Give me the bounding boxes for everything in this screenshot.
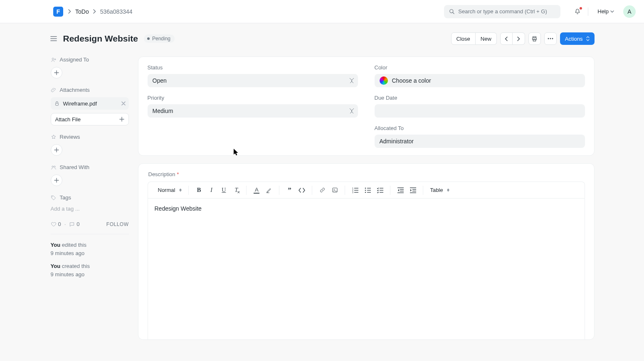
svg-point-24 [365,187,366,189]
description-editor[interactable]: Redesign Website [148,198,585,339]
printer-icon [531,36,538,42]
lock-icon [54,101,60,106]
due-date-input[interactable] [375,104,585,118]
svg-rect-7 [533,39,536,41]
star-icon [51,134,57,140]
actions-button[interactable]: Actions [560,32,595,45]
clear-format-button[interactable]: T✕ [230,184,242,196]
sidebar-toggle[interactable] [50,35,57,42]
search-icon [449,9,455,15]
svg-point-26 [365,192,366,193]
close-button[interactable]: Close [451,32,476,45]
bold-button[interactable]: B [193,184,205,196]
app-logo[interactable]: F [53,7,63,17]
check-list-button[interactable] [374,184,386,196]
heading-select[interactable]: Normal [155,187,185,193]
color-select[interactable]: Choose a color [375,74,585,87]
svg-point-25 [365,189,366,191]
svg-point-9 [550,38,551,39]
breadcrumb-id[interactable]: 536a083344 [100,8,133,15]
plus-icon [54,147,59,152]
search-placeholder: Search or type a command (Ctrl + G) [458,8,547,15]
user-plus-icon [51,57,57,63]
text-color-button[interactable]: A [251,184,262,196]
chevron-right-icon [93,9,96,14]
prev-button[interactable] [500,32,513,45]
allocated-to-input[interactable]: Administrator [375,135,585,148]
status-dot-icon [147,37,150,40]
ordered-list-button[interactable]: 123 [349,184,361,196]
remove-attachment-button[interactable] [121,101,126,106]
assigned-to-label: Assigned To [51,56,129,63]
tags-input[interactable]: Add a tag ... [51,205,129,213]
tags-label: Tags [51,194,129,201]
link-button[interactable] [316,184,328,196]
tag-icon [51,195,57,201]
search-input[interactable]: Search or type a command (Ctrl + G) [444,5,560,18]
select-caret-icon [447,189,449,192]
italic-button[interactable]: I [205,184,217,196]
activity-item: You edited this 9 minutes ago [51,241,129,257]
chevron-down-icon [610,10,614,13]
details-card: Status Open Color Choose a color Priorit… [138,56,595,156]
image-button[interactable] [329,184,341,196]
more-horizontal-icon [548,38,553,39]
divider [588,7,588,16]
avatar[interactable]: A [623,5,636,18]
bullet-list-button[interactable] [362,184,373,196]
attach-file-button[interactable]: Attach File [51,113,129,125]
indent-button[interactable] [407,184,419,196]
attachment-item[interactable]: Wireframe.pdf [51,97,129,110]
close-icon [121,101,126,106]
status-select[interactable]: Open [148,74,358,87]
outdent-icon [397,187,404,193]
highlight-button[interactable] [263,184,275,196]
top-nav: F ToDo 536a083344 Search or type a comma… [0,0,644,23]
users-icon [51,165,57,170]
priority-label: Priority [148,95,358,101]
svg-point-14 [54,166,55,167]
check-list-icon [377,187,383,193]
breadcrumb-todo[interactable]: ToDo [75,8,89,15]
attachment-name: Wireframe.pdf [63,101,97,107]
highlight-icon [266,187,272,194]
like-button[interactable]: 0 [51,221,61,227]
help-menu[interactable]: Help [595,7,617,16]
svg-point-11 [52,58,54,59]
next-button[interactable] [513,32,525,45]
new-button[interactable]: New [476,32,497,45]
comments-button[interactable]: 0 [69,221,79,227]
editor-toolbar: Normal B I U T✕ A [148,182,585,198]
reviews-label: Reviews [51,134,129,140]
follow-button[interactable]: FOLLOW [106,221,129,227]
chevron-right-icon [517,37,520,41]
plus-icon [119,117,124,122]
chevron-right-icon [68,9,71,14]
notification-dot [580,7,582,10]
print-button[interactable] [528,32,541,45]
code-button[interactable] [296,184,308,196]
paperclip-icon [51,87,57,93]
table-select[interactable]: Table [427,187,452,193]
add-assignee-button[interactable] [51,67,62,79]
status-badge: Pending [144,34,175,43]
due-date-label: Due Date [375,95,585,101]
add-share-button[interactable] [51,174,62,186]
sidebar: Assigned To Attachments Wireframe.pdf At… [50,56,129,340]
more-button[interactable] [544,32,557,45]
outdent-button[interactable] [395,184,406,196]
attachments-label: Attachments [51,87,129,93]
activity-item: You created this 9 minutes ago [51,262,129,278]
underline-button[interactable]: U [218,184,229,196]
svg-text:3: 3 [352,191,353,193]
notifications-button[interactable] [574,8,581,15]
add-review-button[interactable] [51,144,62,156]
priority-select[interactable]: Medium [148,104,358,118]
chevron-updown-icon [586,36,590,41]
description-label: Description * [148,171,585,177]
plus-icon [54,70,59,75]
link-icon [319,187,326,193]
description-card: Description * Normal B I U T✕ [138,163,595,340]
status-label: Status [148,64,358,71]
blockquote-button[interactable]: ” [284,184,295,196]
